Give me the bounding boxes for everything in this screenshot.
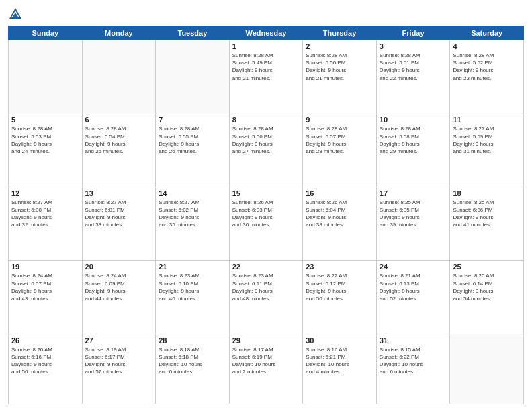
- weekday-monday: Monday: [82, 26, 156, 40]
- day-info: Sunrise: 8:28 AMSunset: 5:54 PMDaylight:…: [85, 125, 153, 155]
- day-info: Sunrise: 8:28 AMSunset: 5:56 PMDaylight:…: [232, 125, 300, 155]
- day-number: 14: [159, 189, 226, 197]
- day-info: Sunrise: 8:28 AMSunset: 5:53 PMDaylight:…: [11, 125, 79, 155]
- logo-icon: [8, 7, 23, 21]
- calendar-day-5: 5Sunrise: 8:28 AMSunset: 5:53 PMDaylight…: [9, 113, 83, 187]
- day-info: Sunrise: 8:24 AMSunset: 6:09 PMDaylight:…: [85, 272, 153, 302]
- day-number: 21: [159, 263, 226, 271]
- calendar-day-1: 1Sunrise: 8:28 AMSunset: 5:49 PMDaylight…: [229, 40, 303, 113]
- day-info: Sunrise: 8:15 AMSunset: 6:22 PMDaylight:…: [380, 346, 447, 376]
- day-info: Sunrise: 8:28 AMSunset: 5:57 PMDaylight:…: [306, 125, 373, 155]
- weekday-header-row: SundayMondayTuesdayWednesdayThursdayFrid…: [9, 26, 524, 40]
- day-info: Sunrise: 8:25 AMSunset: 6:05 PMDaylight:…: [380, 199, 447, 229]
- weekday-tuesday: Tuesday: [156, 26, 230, 40]
- day-number: 1: [232, 42, 300, 50]
- calendar-day-23: 23Sunrise: 8:22 AMSunset: 6:12 PMDayligh…: [303, 261, 377, 334]
- day-info: Sunrise: 8:25 AMSunset: 6:06 PMDaylight:…: [453, 199, 521, 229]
- day-info: Sunrise: 8:27 AMSunset: 6:02 PMDaylight:…: [159, 199, 226, 229]
- calendar-day-11: 11Sunrise: 8:27 AMSunset: 5:59 PMDayligh…: [450, 113, 524, 187]
- day-number: 4: [453, 42, 521, 50]
- day-info: Sunrise: 8:26 AMSunset: 6:03 PMDaylight:…: [232, 199, 300, 229]
- empty-cell: [82, 40, 156, 113]
- calendar-day-8: 8Sunrise: 8:28 AMSunset: 5:56 PMDaylight…: [229, 113, 303, 187]
- day-number: 30: [306, 336, 373, 345]
- day-info: Sunrise: 8:28 AMSunset: 5:52 PMDaylight:…: [453, 52, 521, 82]
- day-number: 16: [306, 189, 373, 197]
- calendar-day-30: 30Sunrise: 8:16 AMSunset: 6:21 PMDayligh…: [303, 334, 377, 404]
- day-number: 9: [306, 116, 373, 124]
- day-info: Sunrise: 8:21 AMSunset: 6:13 PMDaylight:…: [380, 272, 447, 302]
- header: [8, 7, 524, 21]
- day-info: Sunrise: 8:28 AMSunset: 5:58 PMDaylight:…: [380, 125, 447, 155]
- day-number: 6: [85, 116, 153, 124]
- empty-cell: [156, 40, 230, 113]
- day-info: Sunrise: 8:17 AMSunset: 6:19 PMDaylight:…: [232, 346, 300, 376]
- day-number: 11: [453, 116, 521, 124]
- empty-cell: [9, 40, 83, 113]
- calendar-day-26: 26Sunrise: 8:20 AMSunset: 6:16 PMDayligh…: [9, 334, 83, 404]
- calendar-day-12: 12Sunrise: 8:27 AMSunset: 6:00 PMDayligh…: [9, 187, 83, 260]
- day-info: Sunrise: 8:23 AMSunset: 6:11 PMDaylight:…: [232, 272, 300, 302]
- day-number: 31: [380, 336, 447, 345]
- calendar-day-19: 19Sunrise: 8:24 AMSunset: 6:07 PMDayligh…: [9, 261, 83, 334]
- day-number: 23: [306, 263, 373, 271]
- day-number: 3: [380, 42, 447, 50]
- day-info: Sunrise: 8:28 AMSunset: 5:55 PMDaylight:…: [159, 125, 226, 155]
- day-info: Sunrise: 8:16 AMSunset: 6:21 PMDaylight:…: [306, 346, 373, 376]
- calendar-day-20: 20Sunrise: 8:24 AMSunset: 6:09 PMDayligh…: [82, 261, 156, 334]
- calendar-week-3: 12Sunrise: 8:27 AMSunset: 6:00 PMDayligh…: [9, 187, 524, 260]
- day-number: 29: [232, 336, 300, 345]
- day-number: 8: [232, 116, 300, 124]
- day-info: Sunrise: 8:27 AMSunset: 6:01 PMDaylight:…: [85, 199, 153, 229]
- calendar-day-15: 15Sunrise: 8:26 AMSunset: 6:03 PMDayligh…: [229, 187, 303, 260]
- calendar-day-2: 2Sunrise: 8:28 AMSunset: 5:50 PMDaylight…: [303, 40, 377, 113]
- day-info: Sunrise: 8:22 AMSunset: 6:12 PMDaylight:…: [306, 272, 373, 302]
- day-info: Sunrise: 8:24 AMSunset: 6:07 PMDaylight:…: [11, 272, 79, 302]
- day-number: 18: [453, 189, 521, 197]
- day-info: Sunrise: 8:28 AMSunset: 5:49 PMDaylight:…: [232, 52, 300, 82]
- weekday-sunday: Sunday: [9, 26, 83, 40]
- calendar-day-27: 27Sunrise: 8:19 AMSunset: 6:17 PMDayligh…: [82, 334, 156, 404]
- calendar-week-4: 19Sunrise: 8:24 AMSunset: 6:07 PMDayligh…: [9, 261, 524, 334]
- calendar-day-13: 13Sunrise: 8:27 AMSunset: 6:01 PMDayligh…: [82, 187, 156, 260]
- day-info: Sunrise: 8:27 AMSunset: 5:59 PMDaylight:…: [453, 125, 521, 155]
- day-number: 2: [306, 42, 373, 50]
- day-info: Sunrise: 8:20 AMSunset: 6:16 PMDaylight:…: [11, 346, 79, 376]
- day-number: 17: [380, 189, 447, 197]
- calendar-day-31: 31Sunrise: 8:15 AMSunset: 6:22 PMDayligh…: [376, 334, 450, 404]
- day-number: 26: [11, 336, 79, 345]
- day-info: Sunrise: 8:28 AMSunset: 5:51 PMDaylight:…: [380, 52, 447, 82]
- day-number: 7: [159, 116, 226, 124]
- calendar-day-9: 9Sunrise: 8:28 AMSunset: 5:57 PMDaylight…: [303, 113, 377, 187]
- calendar-week-1: 1Sunrise: 8:28 AMSunset: 5:49 PMDaylight…: [9, 40, 524, 113]
- calendar-table: SundayMondayTuesdayWednesdayThursdayFrid…: [8, 26, 524, 404]
- day-info: Sunrise: 8:19 AMSunset: 6:17 PMDaylight:…: [85, 346, 153, 376]
- calendar-day-3: 3Sunrise: 8:28 AMSunset: 5:51 PMDaylight…: [376, 40, 450, 113]
- day-number: 25: [453, 263, 521, 271]
- calendar-day-10: 10Sunrise: 8:28 AMSunset: 5:58 PMDayligh…: [376, 113, 450, 187]
- day-number: 12: [11, 189, 79, 197]
- empty-cell: [450, 334, 524, 404]
- calendar-day-24: 24Sunrise: 8:21 AMSunset: 6:13 PMDayligh…: [376, 261, 450, 334]
- day-info: Sunrise: 8:20 AMSunset: 6:14 PMDaylight:…: [453, 272, 521, 302]
- day-number: 10: [380, 116, 447, 124]
- calendar-week-2: 5Sunrise: 8:28 AMSunset: 5:53 PMDaylight…: [9, 113, 524, 187]
- calendar-day-21: 21Sunrise: 8:23 AMSunset: 6:10 PMDayligh…: [156, 261, 230, 334]
- day-number: 28: [159, 336, 226, 345]
- day-number: 24: [380, 263, 447, 271]
- calendar-day-6: 6Sunrise: 8:28 AMSunset: 5:54 PMDaylight…: [82, 113, 156, 187]
- day-number: 19: [11, 263, 79, 271]
- calendar-day-14: 14Sunrise: 8:27 AMSunset: 6:02 PMDayligh…: [156, 187, 230, 260]
- page: SundayMondayTuesdayWednesdayThursdayFrid…: [0, 0, 532, 411]
- weekday-friday: Friday: [376, 26, 450, 40]
- day-info: Sunrise: 8:28 AMSunset: 5:50 PMDaylight:…: [306, 52, 373, 82]
- logo: [8, 7, 26, 21]
- calendar-day-29: 29Sunrise: 8:17 AMSunset: 6:19 PMDayligh…: [229, 334, 303, 404]
- calendar-day-18: 18Sunrise: 8:25 AMSunset: 6:06 PMDayligh…: [450, 187, 524, 260]
- weekday-saturday: Saturday: [450, 26, 524, 40]
- calendar-day-22: 22Sunrise: 8:23 AMSunset: 6:11 PMDayligh…: [229, 261, 303, 334]
- weekday-thursday: Thursday: [303, 26, 377, 40]
- day-number: 5: [11, 116, 79, 124]
- calendar-week-5: 26Sunrise: 8:20 AMSunset: 6:16 PMDayligh…: [9, 334, 524, 404]
- calendar-day-28: 28Sunrise: 8:18 AMSunset: 6:18 PMDayligh…: [156, 334, 230, 404]
